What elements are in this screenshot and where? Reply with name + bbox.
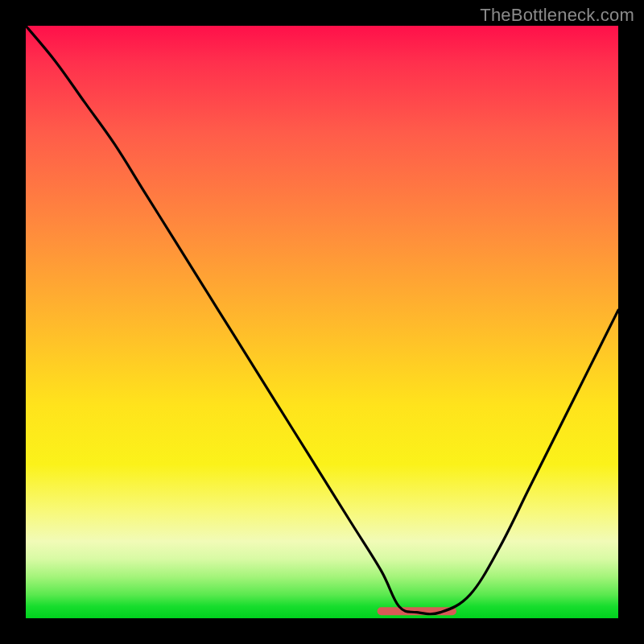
watermark-text: TheBottleneck.com bbox=[480, 5, 634, 26]
plot-area bbox=[26, 26, 618, 618]
bottleneck-curve-line bbox=[26, 26, 618, 614]
chart-frame: TheBottleneck.com bbox=[0, 0, 644, 644]
chart-svg bbox=[26, 26, 618, 618]
